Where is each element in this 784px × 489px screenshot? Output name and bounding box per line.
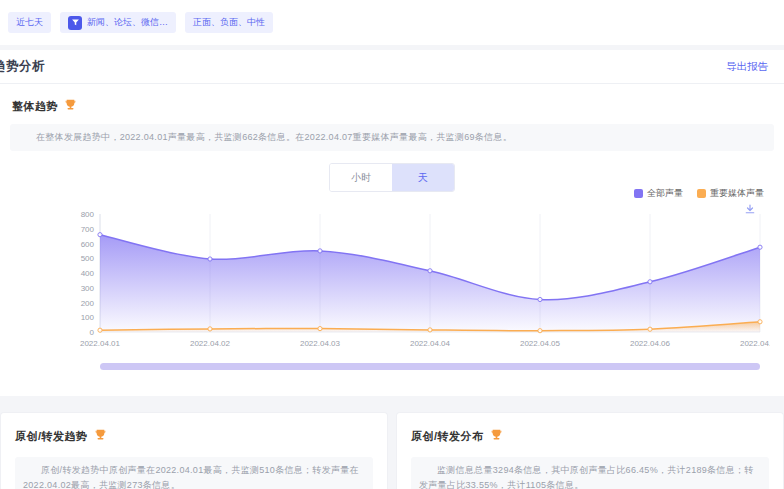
overall-trend-title: 整体趋势 xyxy=(12,99,58,114)
overall-trend-summary: 在整体发展趋势中，2022.04.01声量最高，共监测662条信息。在2022.… xyxy=(10,124,774,151)
filter-chip-label: 新闻、论坛、微信… xyxy=(87,16,168,29)
svg-text:300: 300 xyxy=(81,284,95,293)
filter-bar: 近七天 新闻、论坛、微信… 正面、负面、中性 xyxy=(0,0,784,45)
sources-badge-icon xyxy=(68,16,82,30)
legend-label: 全部声量 xyxy=(647,187,683,200)
datazoom-slider[interactable] xyxy=(100,363,760,370)
trophy-icon xyxy=(64,97,77,115)
card-original-forward-trend: 原创/转发趋势 原创/转发趋势中原创声量在2022.04.01最高，共监测510… xyxy=(0,412,388,489)
legend-item-key-media-volume[interactable]: 重要媒体声量 xyxy=(697,187,764,200)
summary-text: 在整体发展趋势中，2022.04.01声量最高，共监测662条信息。在2022.… xyxy=(36,132,512,142)
page-title: 趋势分析 xyxy=(0,58,45,75)
toggle-hour-button[interactable]: 小时 xyxy=(330,164,392,191)
chart-legend: 全部声量 重要媒体声量 xyxy=(634,187,764,200)
svg-text:2022.04.07: 2022.04.07 xyxy=(740,339,770,348)
panel-header: 趋势分析 导出报告 xyxy=(0,50,784,84)
toggle-day-button[interactable]: 天 xyxy=(392,164,454,191)
svg-text:2022.04.05: 2022.04.05 xyxy=(520,339,561,348)
trend-chart-svg[interactable]: 01002003004005006007008002022.04.012022.… xyxy=(60,204,770,354)
svg-text:800: 800 xyxy=(81,210,95,219)
svg-text:200: 200 xyxy=(81,299,95,308)
trophy-icon xyxy=(490,427,503,445)
svg-text:500: 500 xyxy=(81,254,95,263)
filter-chip-sentiment[interactable]: 正面、负面、中性 xyxy=(185,12,273,33)
svg-text:2022.04.06: 2022.04.06 xyxy=(630,339,671,348)
svg-text:400: 400 xyxy=(81,269,95,278)
svg-text:2022.04.03: 2022.04.03 xyxy=(300,339,341,348)
legend-item-total-volume[interactable]: 全部声量 xyxy=(634,187,683,200)
export-report-link[interactable]: 导出报告 xyxy=(726,60,768,74)
card-original-forward-distribution: 原创/转发分布 监测信息总量3294条信息，其中原创声量占比66.45%，共计2… xyxy=(396,412,784,489)
card-summary: 原创/转发趋势中原创声量在2022.04.01最高，共监测510条信息；转发声量… xyxy=(15,457,373,489)
svg-text:600: 600 xyxy=(81,240,95,249)
legend-label: 重要媒体声量 xyxy=(710,187,764,200)
svg-text:2022.04.04: 2022.04.04 xyxy=(410,339,451,348)
card-title-row: 原创/转发分布 xyxy=(411,427,769,445)
chart-download-icon[interactable] xyxy=(744,201,756,219)
filter-chip-sources[interactable]: 新闻、论坛、微信… xyxy=(60,12,176,33)
granularity-toggle: 小时 天 xyxy=(329,163,455,192)
trophy-icon xyxy=(94,427,107,445)
svg-text:2022.04.01: 2022.04.01 xyxy=(80,339,121,348)
trend-analysis-panel: 趋势分析 导出报告 整体趋势 在整体发展趋势中，2022.04.01声量最高，共… xyxy=(0,50,784,396)
card-title: 原创/转发分布 xyxy=(411,429,484,444)
page: 近七天 新闻、论坛、微信… 正面、负面、中性 趋势分析 导出报告 整体趋势 xyxy=(0,0,784,489)
filter-chip-label: 正面、负面、中性 xyxy=(193,16,265,29)
filter-chip-label: 近七天 xyxy=(16,16,43,29)
legend-swatch-orange xyxy=(697,189,706,198)
card-title-row: 原创/转发趋势 xyxy=(15,427,373,445)
overall-trend-title-row: 整体趋势 xyxy=(12,97,784,115)
legend-swatch-purple xyxy=(634,189,643,198)
card-summary: 监测信息总量3294条信息，其中原创声量占比66.45%，共计2189条信息；转… xyxy=(411,457,769,489)
svg-text:0: 0 xyxy=(90,328,95,337)
bottom-section: 原创/转发趋势 原创/转发趋势中原创声量在2022.04.01最高，共监测510… xyxy=(0,396,784,489)
svg-text:700: 700 xyxy=(81,225,95,234)
svg-text:100: 100 xyxy=(81,313,95,322)
svg-text:2022.04.02: 2022.04.02 xyxy=(190,339,231,348)
card-title: 原创/转发趋势 xyxy=(15,429,88,444)
filter-chip-date-range[interactable]: 近七天 xyxy=(8,12,51,33)
